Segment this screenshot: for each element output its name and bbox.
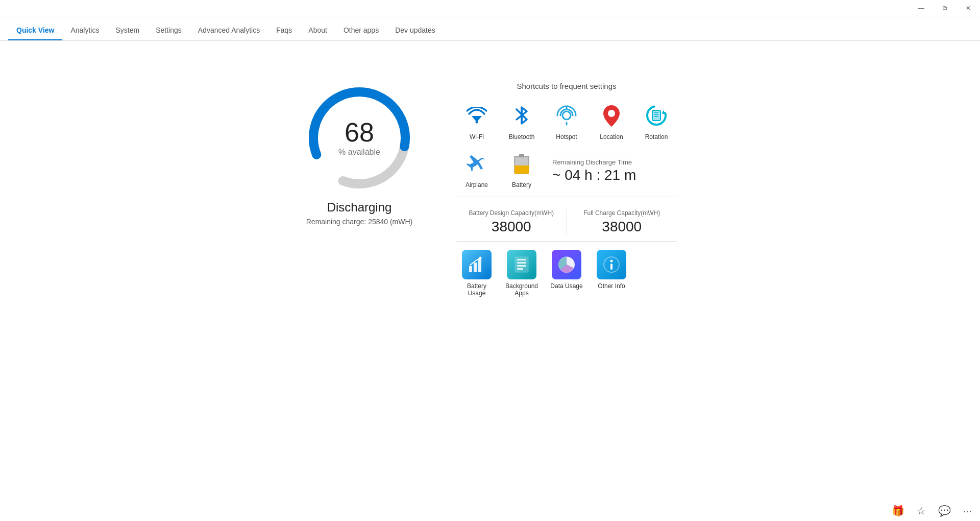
divider-1	[456, 197, 677, 197]
nav-system[interactable]: System	[107, 20, 148, 40]
battery-remaining: Remaining charge: 25840 (mWH)	[306, 218, 413, 226]
apps-row: Battery Usage Background Apps	[456, 248, 677, 299]
location-shortcut[interactable]: Location	[591, 99, 632, 143]
other-info-icon	[597, 250, 626, 279]
airplane-label: Airplane	[465, 181, 488, 188]
location-label: Location	[600, 133, 623, 140]
svg-rect-19	[474, 263, 477, 272]
title-bar: — ⧉ ✕	[0, 0, 980, 16]
hotspot-label: Hotspot	[556, 133, 577, 140]
data-usage-icon	[552, 250, 581, 279]
airplane-shortcut[interactable]: Airplane	[456, 147, 497, 191]
background-apps-app[interactable]: Background Apps	[501, 248, 542, 299]
rotation-label: Rotation	[645, 133, 668, 140]
gauge-center: 68 % available	[338, 119, 380, 157]
airplane-icon-circle	[462, 149, 492, 178]
right-panel: Shortcuts to frequent settings Wi-Fi	[456, 82, 677, 299]
full-capacity-value: 38000	[567, 219, 677, 235]
svg-point-21	[479, 257, 482, 259]
design-capacity: Battery Design Capacity(mWH) 38000	[456, 209, 567, 235]
svg-rect-25	[517, 265, 526, 267]
svg-rect-23	[517, 259, 526, 260]
other-info-app[interactable]: Other Info	[591, 248, 632, 299]
full-capacity: Full Charge Capacity(mWH) 38000	[567, 209, 677, 235]
nav-other-apps[interactable]: Other apps	[335, 20, 387, 40]
battery-status: Discharging	[327, 200, 392, 215]
svg-point-3	[476, 121, 478, 124]
minimize-button[interactable]: —	[910, 0, 933, 16]
shortcuts-row-2: Airplane Battery Remaining Discharge Tim…	[456, 147, 677, 191]
battery-shortcut[interactable]: Battery	[501, 147, 542, 191]
design-capacity-label: Battery Design Capacity(mWH)	[456, 209, 567, 217]
rotation-shortcut[interactable]: Rotation	[636, 99, 677, 143]
svg-rect-11	[652, 110, 660, 121]
capacity-section: Battery Design Capacity(mWH) 38000 Full …	[456, 203, 677, 242]
bluetooth-label: Bluetooth	[509, 133, 535, 140]
battery-available-label: % available	[338, 148, 380, 157]
svg-point-5	[562, 111, 571, 120]
hotspot-shortcut[interactable]: Hotspot	[546, 99, 587, 143]
battery-usage-label: Battery Usage	[458, 282, 495, 297]
nav-quick-view[interactable]: Quick View	[8, 20, 62, 40]
svg-rect-17	[514, 165, 529, 174]
discharge-time: ~ 04 h : 21 m	[552, 167, 636, 183]
shortcuts-row-1: Wi-Fi Bluetooth	[456, 99, 677, 143]
data-usage-label: Data Usage	[550, 282, 582, 290]
svg-rect-20	[478, 259, 481, 272]
other-info-label: Other Info	[598, 282, 625, 290]
full-capacity-label: Full Charge Capacity(mWH)	[567, 209, 677, 217]
battery-shortcut-label: Battery	[512, 181, 531, 188]
more-icon[interactable]: ···	[963, 505, 972, 517]
maximize-button[interactable]: ⧉	[933, 0, 957, 16]
discharge-time-section: Remaining Discharge Time ~ 04 h : 21 m	[552, 154, 636, 183]
battery-gauge: 68 % available	[303, 82, 415, 194]
svg-rect-24	[517, 262, 526, 264]
nav-advanced-analytics[interactable]: Advanced Analytics	[190, 20, 268, 40]
navigation: Quick View Analytics System Settings Adv…	[0, 16, 980, 41]
svg-rect-16	[519, 154, 524, 157]
gift-icon[interactable]: 🎁	[892, 505, 904, 517]
rotation-icon-circle	[642, 101, 671, 130]
location-icon-circle	[597, 101, 626, 130]
hotspot-icon-circle	[552, 101, 581, 130]
favorite-icon[interactable]: ☆	[917, 505, 926, 517]
main-content: 68 % available Discharging Remaining cha…	[0, 41, 980, 521]
wifi-shortcut[interactable]: Wi-Fi	[456, 99, 497, 143]
nav-about[interactable]: About	[300, 20, 335, 40]
bluetooth-icon-circle	[507, 101, 536, 130]
nav-analytics[interactable]: Analytics	[62, 20, 107, 40]
feedback-icon[interactable]: 💬	[938, 505, 951, 517]
svg-point-29	[610, 260, 613, 263]
nav-settings[interactable]: Settings	[148, 20, 190, 40]
bottom-bar: 🎁 ☆ 💬 ···	[884, 501, 980, 521]
data-usage-app[interactable]: Data Usage	[546, 248, 587, 299]
nav-faqs[interactable]: Faqs	[268, 20, 300, 40]
svg-rect-30	[610, 264, 612, 270]
svg-rect-18	[469, 266, 472, 272]
bluetooth-shortcut[interactable]: Bluetooth	[501, 99, 542, 143]
background-apps-label: Background Apps	[503, 282, 540, 297]
design-capacity-value: 38000	[456, 219, 567, 235]
title-bar-controls: — ⧉ ✕	[910, 0, 980, 16]
battery-icon-circle	[507, 149, 536, 178]
battery-usage-icon	[462, 250, 492, 279]
battery-section: 68 % available Discharging Remaining cha…	[303, 82, 415, 226]
svg-point-8	[608, 110, 615, 117]
shortcuts-title: Shortcuts to frequent settings	[456, 82, 677, 90]
battery-usage-app[interactable]: Battery Usage	[456, 248, 497, 299]
wifi-label: Wi-Fi	[470, 133, 484, 140]
close-button[interactable]: ✕	[957, 0, 980, 16]
battery-percent: 68	[338, 119, 380, 146]
nav-dev-updates[interactable]: Dev updates	[387, 20, 444, 40]
discharge-label: Remaining Discharge Time	[552, 158, 636, 166]
wifi-icon-circle	[462, 101, 492, 130]
background-apps-icon	[507, 250, 536, 279]
svg-rect-26	[517, 268, 523, 270]
